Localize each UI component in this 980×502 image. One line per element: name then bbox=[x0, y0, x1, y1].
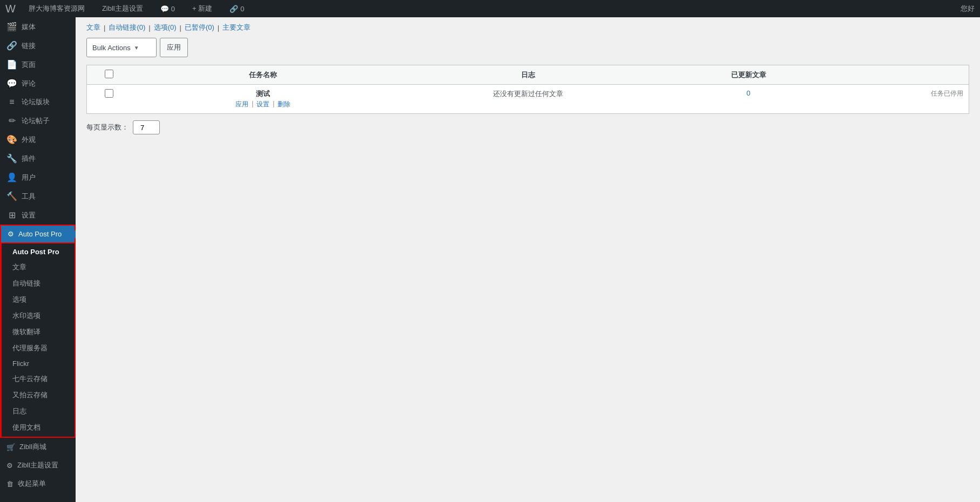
sidebar-item-forum-sections[interactable]: ≡ 论坛版块 bbox=[0, 93, 76, 111]
sidebar-item-pages[interactable]: 📄 页面 bbox=[0, 55, 76, 74]
submenu-qiniu[interactable]: 七牛云存储 bbox=[2, 371, 75, 387]
select-all-checkbox[interactable] bbox=[105, 70, 113, 78]
chevron-down-icon: ▼ bbox=[134, 45, 139, 51]
th-name: 任务名称 bbox=[131, 65, 395, 85]
task-updated-count[interactable]: 0 bbox=[746, 89, 750, 97]
action-settings[interactable]: 设置 bbox=[256, 100, 269, 109]
tab-articles[interactable]: 文章 bbox=[86, 23, 100, 32]
site-name-bar-item[interactable]: 胖大海博客资源网 bbox=[24, 0, 89, 17]
sidebar-item-plugins-label: 插件 bbox=[22, 154, 36, 164]
row-checkbox[interactable] bbox=[105, 89, 113, 98]
tab-options[interactable]: 选项(0) bbox=[154, 23, 177, 32]
th-updated: 已更新文章 bbox=[660, 65, 837, 85]
per-page-row: 每页显示数： bbox=[86, 120, 969, 134]
submenu-app-header[interactable]: Auto Post Pro bbox=[2, 243, 75, 259]
sidebar: 🎬 媒体 🔗 链接 📄 页面 💬 评论 ≡ 论坛版块 ✏ 论坛帖子 🎨 外观 🔧 bbox=[0, 17, 76, 502]
sidebar-item-media[interactable]: 🎬 媒体 bbox=[0, 17, 76, 36]
comments-icon: 💬 bbox=[6, 78, 17, 89]
auto-post-pro-submenu: Auto Post Pro 文章 自动链接 选项 水印选项 微软翻译 代理服务器… bbox=[0, 243, 76, 438]
admin-bar: W 胖大海博客资源网 Zibll主题设置 💬 0 + 新建 🔗 0 您好 bbox=[0, 0, 980, 17]
content-area: 文章 | 自动链接(0) | 选项(0) | 已暂停(0) | 主要文章 Bul… bbox=[76, 17, 980, 502]
auto-post-pro-icon: ⚙ bbox=[8, 230, 14, 238]
sidebar-item-plugins[interactable]: 🔧 插件 bbox=[0, 149, 76, 168]
link-count: 0 bbox=[240, 5, 244, 13]
wp-logo[interactable]: W bbox=[5, 3, 16, 15]
tab-sep-3: | bbox=[180, 24, 181, 32]
new-post-bar-item[interactable]: + 新建 bbox=[188, 0, 217, 17]
theme-settings-bar-item[interactable]: Zibll主题设置 bbox=[98, 0, 147, 17]
sidebar-item-settings-label: 设置 bbox=[22, 211, 36, 220]
tab-watermark[interactable]: 已暂停(0) bbox=[185, 23, 214, 32]
toolbar: Bulk Actions ▼ 应用 bbox=[86, 38, 969, 57]
submenu-watermark[interactable]: 水印选项 bbox=[2, 308, 75, 324]
action-sep-1: | bbox=[252, 100, 253, 109]
zibll-shop-icon: 🛒 bbox=[6, 443, 15, 451]
submenu-auto-link[interactable]: 自动链接 bbox=[2, 275, 75, 291]
settings-icon: ⊞ bbox=[6, 210, 17, 220]
sidebar-item-settings[interactable]: ⊞ 设置 bbox=[0, 206, 76, 225]
sidebar-item-forum-posts[interactable]: ✏ 论坛帖子 bbox=[0, 111, 76, 130]
sidebar-item-comments[interactable]: 💬 评论 bbox=[0, 74, 76, 93]
site-name-label: 胖大海博客资源网 bbox=[29, 4, 85, 13]
action-apply[interactable]: 应用 bbox=[235, 100, 248, 109]
sidebar-item-links-label: 链接 bbox=[22, 41, 36, 51]
sidebar-item-zibll-shop[interactable]: 🛒 Zibll商城 bbox=[0, 438, 76, 456]
forum-posts-icon: ✏ bbox=[6, 116, 17, 126]
tab-manage[interactable]: 主要文章 bbox=[222, 23, 251, 32]
sidebar-item-users-label: 用户 bbox=[22, 173, 36, 182]
th-log: 日志 bbox=[395, 65, 660, 85]
submenu-proxy[interactable]: 代理服务器 bbox=[2, 340, 75, 356]
links-bar-item[interactable]: 🔗 0 bbox=[225, 0, 248, 17]
forum-sections-icon: ≡ bbox=[6, 97, 17, 107]
users-icon: 👤 bbox=[6, 172, 17, 182]
row-checkbox-cell bbox=[87, 85, 131, 114]
content-inner: 文章 | 自动链接(0) | 选项(0) | 已暂停(0) | 主要文章 Bul… bbox=[76, 17, 980, 145]
submenu-flickr[interactable]: Flickr bbox=[2, 356, 75, 371]
zibll-shop-label: Zibll商城 bbox=[19, 442, 46, 452]
task-actions: 应用 | 设置 | 删除 bbox=[136, 100, 390, 109]
main-layout: 🎬 媒体 🔗 链接 📄 页面 💬 评论 ≡ 论坛版块 ✏ 论坛帖子 🎨 外观 🔧 bbox=[0, 17, 980, 502]
appearance-icon: 🎨 bbox=[6, 134, 17, 145]
zibll-settings-label: Zibll主题设置 bbox=[17, 460, 58, 470]
comment-count: 0 bbox=[171, 5, 175, 13]
action-delete[interactable]: 删除 bbox=[278, 100, 290, 109]
submenu-youpai[interactable]: 又拍云存储 bbox=[2, 387, 75, 403]
pages-icon: 📄 bbox=[6, 59, 17, 70]
th-status bbox=[836, 65, 969, 85]
sidebar-item-appearance-label: 外观 bbox=[22, 135, 36, 145]
submenu-translation[interactable]: 微软翻译 bbox=[2, 324, 75, 340]
link-icon: 🔗 bbox=[229, 5, 238, 13]
sidebar-item-links[interactable]: 🔗 链接 bbox=[0, 36, 76, 55]
row-log-cell: 还没有更新过任何文章 bbox=[395, 85, 660, 114]
auto-post-pro-label: Auto Post Pro bbox=[18, 230, 62, 238]
comment-icon: 💬 bbox=[160, 5, 169, 13]
action-sep-2: | bbox=[273, 100, 274, 109]
sidebar-item-comments-label: 评论 bbox=[22, 79, 36, 89]
bulk-actions-dropdown[interactable]: Bulk Actions ▼ bbox=[86, 38, 157, 57]
sidebar-item-tools[interactable]: 🔨 工具 bbox=[0, 187, 76, 206]
tab-sep-2: | bbox=[148, 24, 150, 32]
submenu-articles[interactable]: 文章 bbox=[2, 259, 75, 275]
sidebar-item-users[interactable]: 👤 用户 bbox=[0, 168, 76, 187]
auto-post-pro-header[interactable]: ⚙ Auto Post Pro bbox=[0, 225, 76, 243]
task-status: 任务已停用 bbox=[931, 90, 963, 97]
submenu-options[interactable]: 选项 bbox=[2, 291, 75, 308]
submenu-docs[interactable]: 使用文档 bbox=[2, 419, 75, 437]
row-name-cell: 测试 应用 | 设置 | 删除 bbox=[131, 85, 395, 114]
comments-bar-item[interactable]: 💬 0 bbox=[156, 0, 179, 17]
sidebar-item-zibll-settings[interactable]: ⚙ Zibll主题设置 bbox=[0, 456, 76, 474]
media-icon: 🎬 bbox=[6, 22, 17, 32]
apply-button[interactable]: 应用 bbox=[160, 38, 188, 57]
sidebar-item-appearance[interactable]: 🎨 外观 bbox=[0, 130, 76, 149]
tab-auto-link[interactable]: 自动链接(0) bbox=[109, 23, 145, 32]
sidebar-item-pages-label: 页面 bbox=[22, 60, 36, 70]
sidebar-item-collapse[interactable]: 🗑 收起菜单 bbox=[0, 474, 76, 493]
row-status-cell: 任务已停用 bbox=[836, 85, 969, 114]
collapse-icon: 🗑 bbox=[6, 480, 13, 488]
per-page-input[interactable] bbox=[133, 120, 160, 134]
tools-icon: 🔨 bbox=[6, 191, 17, 201]
submenu-log[interactable]: 日志 bbox=[2, 403, 75, 419]
sidebar-item-forum-sections-label: 论坛版块 bbox=[22, 97, 50, 107]
new-label: + 新建 bbox=[192, 4, 212, 13]
row-updated-cell: 0 bbox=[660, 85, 837, 114]
